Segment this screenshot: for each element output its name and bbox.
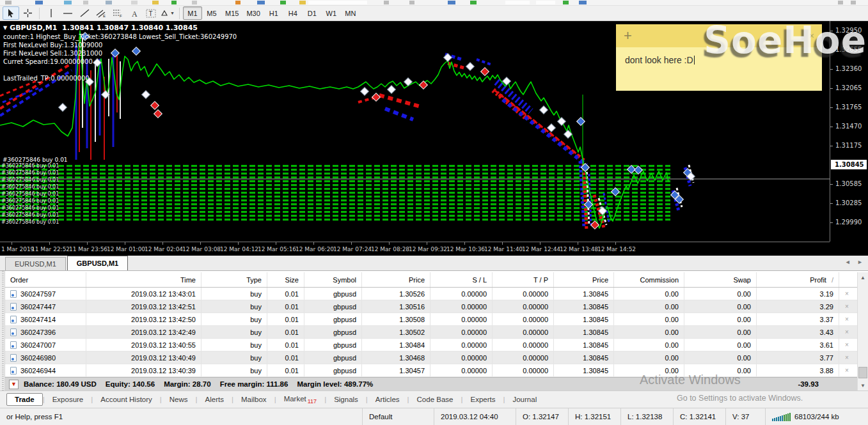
tab-scroll-arrows[interactable]: ◄ ►	[845, 259, 865, 265]
order-row[interactable]: 3602473962019.03.12 13:42:49buy0.01gbpus…	[5, 326, 857, 339]
sticky-note[interactable]: + × dont look here :D	[616, 24, 822, 91]
cursor-tool-icon[interactable]	[3, 6, 19, 20]
scroll-down-icon[interactable]: ▼	[858, 380, 868, 390]
svg-text:#360275846 buy 0.01: #360275846 buy 0.01	[1, 191, 59, 197]
cell-commission: 0.00	[614, 288, 684, 300]
price-axis[interactable]: 1.329501.326551.323601.320651.317651.314…	[830, 21, 868, 242]
terminal-tab-exposure[interactable]: Exposure	[45, 394, 91, 405]
sticky-note-header[interactable]: + ×	[616, 24, 822, 47]
terminal-tab-account-history[interactable]: Account History	[93, 394, 160, 405]
cell-swap: 0.00	[684, 288, 757, 300]
column-header-type[interactable]: Type	[201, 272, 267, 287]
time-axis[interactable]: 1 Mar 201911 Mar 22:5211 Mar 23:5612 Mar…	[0, 242, 830, 256]
terminal-tab-market[interactable]: Market117	[276, 393, 325, 406]
current-price-box: 1.30845	[831, 160, 867, 169]
terminal-tab-trade[interactable]: Trade	[6, 393, 43, 406]
close-order-icon[interactable]: ×	[839, 288, 855, 300]
close-order-icon[interactable]: ×	[839, 313, 855, 325]
shapes-tool-icon[interactable]: ▼	[159, 6, 176, 20]
vertical-line-tool-icon[interactable]	[43, 6, 59, 20]
price-axis-label: 1.32655	[835, 46, 862, 53]
order-row[interactable]: 3602469442019.03.12 13:40:39buy0.01gbpus…	[5, 364, 857, 377]
close-order-icon[interactable]: ×	[839, 326, 855, 338]
order-row[interactable]: 3602470072019.03.12 13:40:55buy0.01gbpus…	[5, 339, 857, 352]
close-order-icon[interactable]: ×	[839, 364, 855, 376]
column-header-order[interactable]: Order	[5, 272, 86, 287]
status-bar: or Help, press F1 Default 2019.03.12 04:…	[0, 408, 868, 425]
close-note-icon[interactable]: ×	[809, 31, 814, 41]
column-header-price[interactable]: Price	[362, 272, 430, 287]
timeframe-mn-button[interactable]: MN	[341, 6, 360, 20]
scroll-up-icon[interactable]: ▲	[858, 272, 868, 282]
terminal-tab-articles[interactable]: Articles	[368, 394, 407, 405]
column-header-swap[interactable]: Swap	[684, 272, 757, 287]
cell-price2: 1.30845	[554, 339, 614, 351]
scrollbar-thumb[interactable]	[858, 367, 867, 378]
close-order-icon[interactable]: ×	[839, 352, 855, 364]
order-row[interactable]: 3602474142019.03.12 13:42:50buy0.01gbpus…	[5, 313, 857, 326]
crosshair-tool-icon[interactable]	[19, 6, 36, 20]
column-header-price[interactable]: Price	[554, 272, 614, 287]
trendline-tool-icon[interactable]	[76, 6, 93, 20]
signal-trail	[0, 81, 36, 96]
column-header-s-l[interactable]: S / L	[430, 272, 493, 287]
signal-marker-red	[151, 102, 159, 110]
terminal-tab-alerts[interactable]: Alerts	[198, 394, 232, 405]
chart-area[interactable]: #360275846 buy 0.01#360275846 buy 0.01#3…	[0, 21, 868, 256]
svg-text:#360275846 buy 0.01: #360275846 buy 0.01	[1, 184, 59, 190]
cell-symbol: gbpusd	[304, 326, 362, 338]
timeframe-m5-button[interactable]: M5	[202, 6, 221, 20]
chart-tab-eurusd-m1[interactable]: EURUSD,M1	[5, 257, 66, 270]
timeframe-d1-button[interactable]: D1	[303, 6, 322, 20]
order-row[interactable]: 3602469802019.03.12 13:40:49buy0.01gbpus…	[5, 352, 857, 364]
cell-size: 0.01	[267, 339, 304, 351]
column-header-time[interactable]: Time	[86, 272, 201, 287]
fibonacci-tool-icon[interactable]: F	[109, 6, 126, 20]
timeframe-h4-button[interactable]: H4	[283, 6, 303, 20]
equidistant-channel-tool-icon[interactable]: E	[93, 6, 109, 20]
terminal-tab-signals[interactable]: Signals	[326, 394, 366, 405]
column-header-size[interactable]: Size	[267, 272, 304, 287]
text-label-tool-icon[interactable]: T	[143, 6, 159, 20]
timeframe-m30-button[interactable]: M30	[242, 6, 264, 20]
terminal-tab-experts[interactable]: Experts	[462, 394, 503, 405]
panel-drag-handle[interactable]	[0, 271, 5, 390]
column-header-profit[interactable]: Profit /	[757, 272, 839, 287]
chart-tab-gbpusd-m1[interactable]: GBPUSD,M1	[67, 256, 128, 270]
order-doc-icon	[10, 303, 17, 311]
time-axis-label: 12 Mar 08:28	[371, 246, 409, 252]
price-tick	[830, 31, 833, 31]
terminal-tab-journal[interactable]: Journal	[505, 394, 544, 405]
horizontal-line-tool-icon[interactable]	[59, 6, 76, 20]
margin-value: Margin: 28.70	[164, 380, 211, 388]
text-tool-icon[interactable]: A	[126, 6, 143, 20]
dropdown-arrow-icon[interactable]: ▼	[170, 11, 175, 15]
column-header-commission[interactable]: Commission	[614, 272, 684, 287]
close-order-icon[interactable]: ×	[839, 300, 855, 313]
terminal-tab-news[interactable]: News	[162, 394, 196, 405]
terminal-scrollbar[interactable]: ▲ ▼	[857, 272, 868, 390]
column-header-t-p[interactable]: T / P	[493, 272, 554, 287]
add-note-icon[interactable]: +	[624, 29, 632, 42]
cell-commission: 0.00	[614, 326, 684, 338]
ea-info-line	[3, 66, 237, 74]
timeframe-h1-button[interactable]: H1	[264, 6, 283, 20]
terminal-tab-code-base[interactable]: Code Base	[409, 394, 461, 405]
timeframe-m15-button[interactable]: M15	[221, 6, 242, 20]
sticky-note-body[interactable]: dont look here :D	[616, 47, 822, 91]
order-row[interactable]: 3602474472019.03.12 13:42:51buy0.01gbpus…	[5, 300, 857, 313]
terminal-tab-mailbox[interactable]: Mailbox	[233, 394, 274, 405]
timeframe-w1-button[interactable]: W1	[322, 6, 341, 20]
timeframe-m1-button[interactable]: M1	[183, 6, 202, 20]
order-doc-icon	[10, 341, 17, 349]
drawing-toolbar: EFAT▼M1M5M15M30H1H4D1W1MN	[0, 6, 868, 21]
time-axis-label: 11 Mar 23:56	[69, 246, 107, 252]
column-header-symbol[interactable]: Symbol	[304, 272, 362, 287]
chevron-down-icon[interactable]: ▼	[3, 25, 7, 31]
order-row[interactable]: 3602475972019.03.12 13:43:01buy0.01gbpus…	[5, 288, 857, 300]
status-profile[interactable]: Default	[363, 408, 434, 425]
cell-time: 2019.03.12 13:40:55	[86, 339, 201, 351]
close-order-icon[interactable]: ×	[839, 339, 855, 351]
cell-swap: 0.00	[684, 352, 757, 364]
svg-text:#360275846 buy 0.01: #360275846 buy 0.01	[1, 198, 59, 204]
